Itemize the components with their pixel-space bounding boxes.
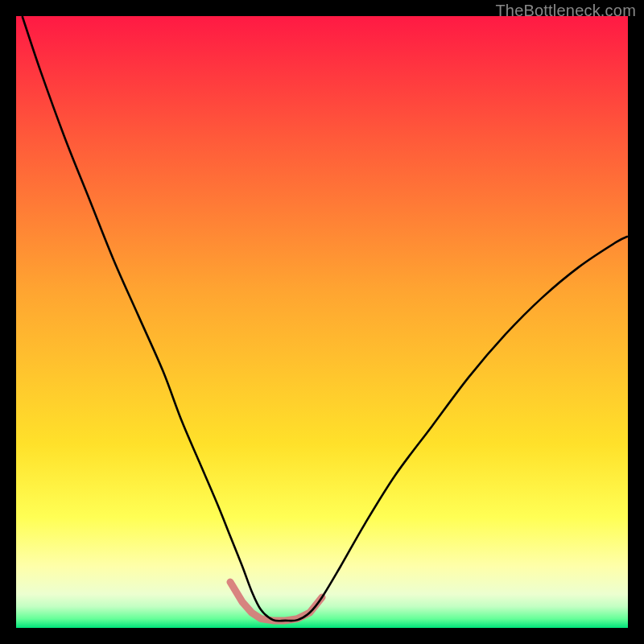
watermark-text: TheBottleneck.com xyxy=(495,2,636,20)
chart-svg xyxy=(16,16,628,628)
chart-frame: TheBottleneck.com xyxy=(0,0,644,644)
chart-plot-area xyxy=(16,16,628,628)
chart-background xyxy=(16,16,628,628)
